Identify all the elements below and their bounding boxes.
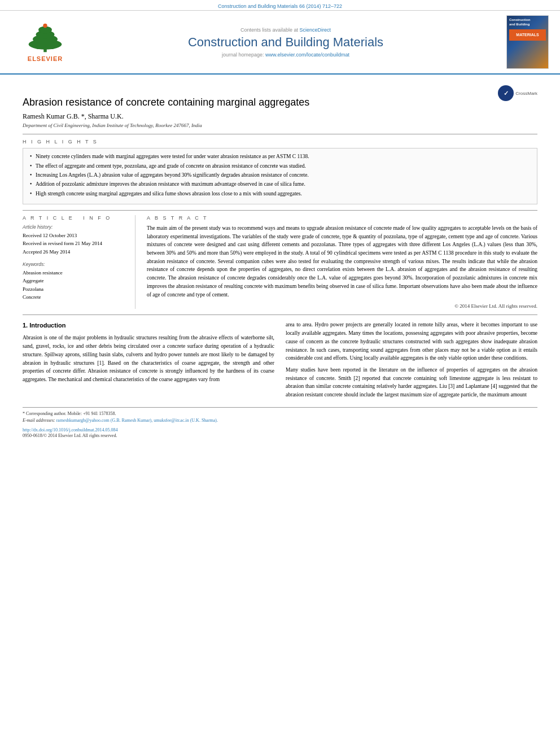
article-title: Abrasion resistance of concrete containi… xyxy=(23,96,309,109)
journal-reference: Construction and Building Materials 66 (… xyxy=(0,0,560,10)
footnote-email-link[interactable]: rameshkumargb@yahoo.com (G.B. Ramesh Kum… xyxy=(56,418,218,423)
highlights-box: Ninety concrete cylinders made with marg… xyxy=(23,148,537,204)
divider-1 xyxy=(23,134,537,134)
sciencedirect-anchor[interactable]: ScienceDirect xyxy=(300,27,331,33)
keyword-2: Aggregate xyxy=(23,277,127,285)
elsevier-tree-icon xyxy=(23,23,68,54)
revised-date: Received in revised form 21 May 2014 xyxy=(23,240,127,247)
article-body: Abrasion resistance of concrete containi… xyxy=(0,75,560,445)
journal-cover-image: Construction and Building MATERIALS xyxy=(506,15,549,69)
keyword-3: Pozzolana xyxy=(23,286,127,293)
article-info-abstract: A R T I C L E I N F O Article history: R… xyxy=(23,215,537,309)
doi-link[interactable]: http://dx.doi.org/10.1016/j.conbuildmat.… xyxy=(23,427,118,433)
journal-header: ELSEVIER Contents lists available at Sci… xyxy=(0,10,560,75)
affiliation: Department of Civil Engineering, Indian … xyxy=(23,123,537,128)
elsevier-brand-text: ELSEVIER xyxy=(28,55,63,62)
highlight-2: The effect of aggregate and cement type,… xyxy=(30,163,530,170)
homepage-link[interactable]: www.elsevier.com/locate/conbuildmat xyxy=(265,52,349,58)
intro-para-3: Many studies have been reported in the l… xyxy=(286,366,537,399)
svg-point-5 xyxy=(43,23,47,27)
abstract-text: The main aim of the present study was to… xyxy=(147,224,537,299)
journal-cover-area: Construction and Building MATERIALS xyxy=(492,15,549,69)
crossmark-label: CrossMark xyxy=(515,91,537,96)
divider-2 xyxy=(23,210,537,211)
highlight-1: Ninety concrete cylinders made with marg… xyxy=(30,153,530,160)
keyword-4: Concrete xyxy=(23,294,127,301)
journal-title: Construction and Building Materials xyxy=(79,35,492,50)
introduction-columns: 1. Introduction Abrasion is one of the m… xyxy=(23,321,537,402)
highlight-3: Increasing Los Angeles (L.A.) abrasion v… xyxy=(30,172,530,179)
elsevier-logo-area: ELSEVIER xyxy=(11,23,79,62)
intro-para-1: Abrasion is one of the major problems in… xyxy=(23,334,274,383)
footnote-email: E-mail addresses: rameshkumargb@yahoo.co… xyxy=(23,417,537,424)
cover-accent-bar: MATERIALS xyxy=(509,29,546,41)
footnote-area: * Corresponding author. Mobile: +91 941 … xyxy=(23,407,537,439)
keywords-label: Keywords: xyxy=(23,261,127,267)
abstract-col: A B S T R A C T The main aim of the pres… xyxy=(147,215,537,309)
intro-col-left: 1. Introduction Abrasion is one of the m… xyxy=(23,321,274,402)
received-date: Received 12 October 2013 xyxy=(23,232,127,239)
history-label: Article history: xyxy=(23,224,127,230)
intro-para-2: area to area. Hydro power projects are g… xyxy=(286,321,537,362)
journal-center-info: Contents lists available at ScienceDirec… xyxy=(79,27,492,58)
journal-homepage: journal homepage: www.elsevier.com/locat… xyxy=(79,52,492,58)
article-info-col: A R T I C L E I N F O Article history: R… xyxy=(23,215,135,309)
divider-3 xyxy=(23,314,537,315)
issn-text: 0950-0618/© 2014 Elsevier Ltd. All right… xyxy=(23,433,537,439)
copyright: © 2014 Elsevier Ltd. All rights reserved… xyxy=(147,303,537,309)
highlight-5: High strength concrete using marginal ag… xyxy=(30,190,530,198)
intro-heading: 1. Introduction xyxy=(23,321,274,330)
keyword-1: Abrasion resistance xyxy=(23,269,127,277)
crossmark-icon: ✓ xyxy=(498,85,514,101)
cover-title-text: Construction and Building xyxy=(509,18,546,27)
highlight-4: Addition of pozzolanic admixture improve… xyxy=(30,181,530,188)
crossmark-badge: ✓ CrossMark xyxy=(498,85,537,101)
highlights-label: H I G H L I G H T S xyxy=(23,139,537,145)
accepted-date: Accepted 26 May 2014 xyxy=(23,248,127,256)
intro-col-right: area to area. Hydro power projects are g… xyxy=(286,321,537,402)
main-content: 1. Introduction Abrasion is one of the m… xyxy=(23,321,537,402)
abstract-label: A B S T R A C T xyxy=(147,215,537,221)
authors: Ramesh Kumar G.B. *, Sharma U.K. xyxy=(23,112,537,121)
footnote-corresponding: * Corresponding author. Mobile: +91 941 … xyxy=(23,410,537,417)
article-info-label: A R T I C L E I N F O xyxy=(23,215,127,221)
sciencedirect-link: Contents lists available at ScienceDirec… xyxy=(79,27,492,33)
